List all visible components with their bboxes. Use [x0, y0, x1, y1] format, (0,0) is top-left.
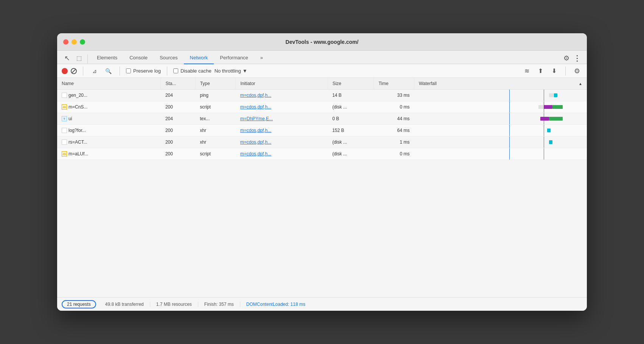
preserve-log-label[interactable]: Preserve log	[126, 68, 161, 74]
tab-performance[interactable]: Performance	[214, 52, 254, 64]
traffic-lights	[63, 39, 85, 45]
cell-time: 0 ms	[374, 101, 414, 113]
finish-time: Finish: 357 ms	[198, 302, 240, 307]
cell-name: log?for...	[57, 125, 161, 136]
cell-name: JSm=CnS...	[57, 101, 161, 113]
throttle-select[interactable]: No throttling ▼	[215, 68, 247, 74]
col-status[interactable]: Sta...	[161, 78, 195, 90]
table-row[interactable]: gen_20...204pingm=cdos,dpf,h...14 B33 ms	[57, 90, 587, 101]
table-header: Name Sta... Type Initiator Size Time Wat…	[57, 78, 587, 90]
block-button[interactable]	[71, 68, 77, 74]
devtools-window: DevTools - www.google.com/ ↖ ⬚ Elements …	[57, 33, 587, 311]
col-size[interactable]: Size	[328, 78, 374, 90]
network-divider-2	[120, 67, 120, 76]
disable-cache-label[interactable]: Disable cache	[173, 68, 212, 74]
search-button[interactable]: 🔍	[103, 66, 114, 76]
close-button[interactable]	[63, 39, 68, 45]
cell-size: (disk ...	[328, 148, 374, 160]
tab-sources[interactable]: Sources	[154, 52, 184, 64]
cell-time: 0 ms	[374, 148, 414, 160]
tab-bar: ↖ ⬚ Elements Console Sources Network Per…	[57, 51, 587, 64]
cell-status: 200	[161, 136, 195, 148]
table-row[interactable]: JSm=CnS...200scriptm=cdos,dpf,h...(disk …	[57, 101, 587, 113]
cell-waterfall	[414, 125, 587, 136]
disable-cache-checkbox[interactable]	[173, 68, 178, 73]
window-title: DevTools - www.google.com/	[286, 39, 359, 45]
cell-type: xhr	[195, 136, 236, 148]
cell-waterfall	[414, 148, 587, 160]
network-settings-button[interactable]: ⚙	[572, 66, 582, 76]
col-time[interactable]: Time	[374, 78, 414, 90]
cell-name: JSm=aLUf...	[57, 148, 161, 160]
col-waterfall[interactable]: Waterfall ▲	[414, 78, 587, 90]
cell-waterfall	[414, 136, 587, 148]
download-button[interactable]: ⬇	[549, 66, 559, 76]
main-content: Name Sta... Type Initiator Size Time Wat…	[57, 78, 587, 297]
filter-button[interactable]: ⊿	[89, 66, 100, 76]
maximize-button[interactable]	[80, 39, 85, 45]
cell-waterfall	[414, 113, 587, 125]
network-divider-3	[167, 67, 167, 76]
cell-type: script	[195, 148, 236, 160]
upload-button[interactable]: ⬆	[535, 66, 546, 76]
tab-console[interactable]: Console	[123, 52, 154, 64]
cell-type: ping	[195, 90, 236, 101]
table-row[interactable]: log?for...200xhrm=cdos,dpf,h...152 B64 m…	[57, 125, 587, 136]
tab-elements[interactable]: Elements	[91, 52, 123, 64]
network-divider-4	[565, 67, 566, 76]
dom-content-loaded: DOMContentLoaded: 118 ms	[240, 302, 311, 307]
transferred-size: 49.8 kB transferred	[99, 302, 150, 307]
cell-time: 33 ms	[374, 90, 414, 101]
resources-size: 1.7 MB resources	[150, 302, 198, 307]
minimize-button[interactable]	[72, 39, 77, 45]
device-toggle-button[interactable]: ⬚	[74, 53, 84, 64]
table-row[interactable]: JSm=aLUf...200scriptm=cdos,dpf,h...(disk…	[57, 148, 587, 160]
cell-waterfall	[414, 90, 587, 101]
cell-initiator[interactable]: m=cdos,dpf,h...	[236, 148, 328, 160]
cell-size: (disk ...	[328, 136, 374, 148]
col-initiator[interactable]: Initiator	[236, 78, 328, 90]
cell-initiator[interactable]: m=cdos,dpf,h...	[236, 125, 328, 136]
cell-initiator[interactable]: m=DhPYme,E...	[236, 113, 328, 125]
cell-status: 204	[161, 113, 195, 125]
cell-size: 152 B	[328, 125, 374, 136]
settings-button[interactable]: ⚙	[561, 53, 572, 64]
cell-initiator[interactable]: m=cdos,dpf,h...	[236, 101, 328, 113]
tab-network[interactable]: Network	[184, 52, 214, 64]
table-body: gen_20...204pingm=cdos,dpf,h...14 B33 ms…	[57, 90, 587, 160]
cell-time: 1 ms	[374, 136, 414, 148]
cell-type: script	[195, 101, 236, 113]
cell-status: 204	[161, 90, 195, 101]
tab-divider	[87, 54, 88, 64]
cell-status: 200	[161, 101, 195, 113]
throttle-dropdown-arrow: ▼	[243, 68, 247, 74]
col-name[interactable]: Name	[57, 78, 161, 90]
inspect-element-button[interactable]: ↖	[62, 53, 72, 64]
waterfall-sort-icon: ▲	[579, 82, 582, 86]
cell-size: 14 B	[328, 90, 374, 101]
network-table: Name Sta... Type Initiator Size Time Wat…	[57, 78, 587, 160]
network-toolbar: ⊿ 🔍 Preserve log Disable cache No thrott…	[57, 64, 587, 78]
more-options-button[interactable]: ⋮	[572, 53, 582, 64]
cell-status: 200	[161, 148, 195, 160]
cell-name: Tui	[57, 113, 161, 125]
titlebar: DevTools - www.google.com/	[57, 33, 587, 51]
table-row[interactable]: Tui204tex...m=DhPYme,E...0 B44 ms	[57, 113, 587, 125]
network-divider-1	[83, 67, 83, 76]
cell-type: xhr	[195, 125, 236, 136]
col-type[interactable]: Type	[195, 78, 236, 90]
table-row[interactable]: rs=ACT...200xhrm=cdos,dpf,h...(disk ...1…	[57, 136, 587, 148]
cell-status: 200	[161, 125, 195, 136]
cell-waterfall	[414, 101, 587, 113]
preserve-log-checkbox[interactable]	[126, 68, 131, 73]
cell-size: (disk ...	[328, 101, 374, 113]
cell-initiator[interactable]: m=cdos,dpf,h...	[236, 90, 328, 101]
tab-more[interactable]: »	[254, 52, 269, 64]
cell-initiator[interactable]: m=cdos,dpf,h...	[236, 136, 328, 148]
cell-time: 64 ms	[374, 125, 414, 136]
cell-size: 0 B	[328, 113, 374, 125]
cell-name: gen_20...	[57, 90, 161, 101]
wifi-icon-button[interactable]: ≋	[521, 66, 532, 76]
record-button[interactable]	[62, 68, 68, 74]
requests-count: 21 requests	[62, 300, 96, 308]
